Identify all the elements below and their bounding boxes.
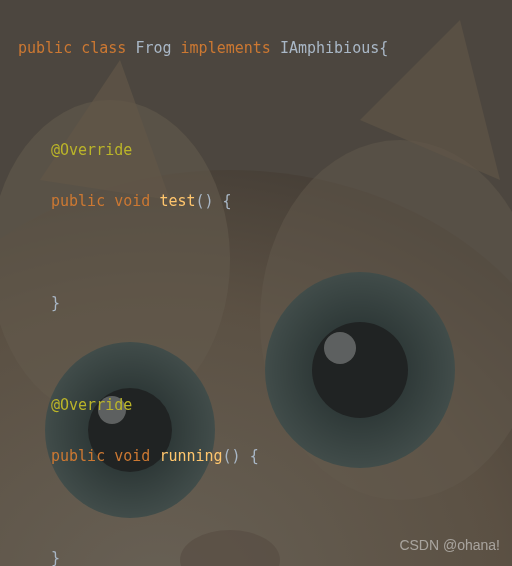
code-editor: public class Frog implements IAmphibious… [0,0,512,566]
open-brace: { [250,447,259,465]
parens: () [223,447,241,465]
keyword-class: class [81,39,126,57]
code-block: public class Frog implements IAmphibious… [0,0,512,566]
close-brace: } [51,549,60,567]
open-brace: { [379,39,388,57]
keyword-public: public [51,447,105,465]
open-brace: { [223,192,232,210]
annotation-override: @Override [51,396,132,414]
keyword-public: public [51,192,105,210]
class-name: Frog [135,39,171,57]
method-name: test [159,192,195,210]
keyword-void: void [114,447,150,465]
keyword-public: public [18,39,72,57]
close-brace: } [51,294,60,312]
method-name: running [159,447,222,465]
interface-name: IAmphibious [280,39,379,57]
keyword-implements: implements [181,39,271,57]
class-declaration-line: public class Frog implements IAmphibious… [18,36,504,62]
keyword-void: void [114,192,150,210]
parens: () [196,192,214,210]
annotation-override: @Override [51,141,132,159]
